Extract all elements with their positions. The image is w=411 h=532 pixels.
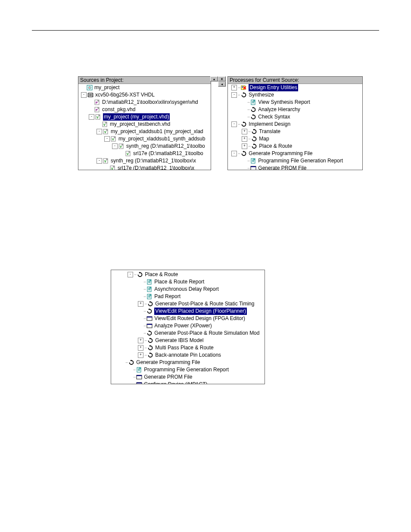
tree-item[interactable]: ···Generate PROM File — [228, 165, 362, 170]
tree-item[interactable]: +···Place & Route — [228, 143, 362, 150]
report-icon — [250, 158, 256, 164]
tree-item-label: Generate PROM File — [258, 165, 306, 170]
tree-item-label: Analyze Hierarchy — [258, 106, 300, 113]
vhd-icon: V — [125, 151, 131, 156]
vhd-icon: V — [103, 129, 109, 134]
tree-item-label: Translate — [259, 128, 280, 135]
tree-item-label: synth_reg (D:\matlabR12_1\toolbox\x — [111, 157, 196, 165]
tree-item[interactable]: -Vmy_project_xladdsub1_synth_addsub — [78, 135, 211, 143]
tree-item[interactable]: ···Programming File Generation Report — [111, 366, 265, 373]
tree-item[interactable]: +···Translate — [228, 128, 362, 135]
tree-item[interactable]: +···Generate Post-Place & Route Static T… — [111, 300, 265, 308]
tree-item-label: Back-annotate Pin Locations — [155, 352, 221, 359]
tree-item[interactable]: ···View/Edit Routed Design (FPGA Editor) — [111, 315, 265, 322]
collapse-icon[interactable]: - — [89, 114, 94, 120]
tree-item[interactable]: +···Design Entry Utilities — [228, 84, 362, 91]
tree-item[interactable]: -···Implement Design — [228, 121, 362, 128]
vhd-icon: V — [110, 165, 116, 170]
tree-item[interactable]: ···Place & Route Report — [111, 278, 265, 286]
tree-item-label: Generate PROM File — [144, 373, 192, 381]
expand-icon[interactable]: + — [242, 143, 247, 149]
cycle-icon — [251, 136, 257, 142]
tree-item[interactable]: +···Map — [228, 135, 362, 143]
sources-title: Sources in Project: — [78, 77, 211, 84]
expand-icon[interactable]: + — [231, 85, 237, 90]
tree-item[interactable]: -···Synthesize — [228, 91, 362, 99]
tree-item[interactable]: ···Configure Device (iMPACT) — [111, 381, 265, 384]
collapse-icon[interactable]: - — [231, 151, 237, 156]
tree-item-label: Generate Post-Place & Route Simulation M… — [154, 330, 259, 337]
sources-tree[interactable]: my_project-xcv50-6bg256-XST VHDLPD:\matl… — [78, 84, 211, 170]
tree-item-label: my_project_xladdsub1 (my_project_xlad — [111, 128, 203, 135]
tree-item[interactable]: ···Generate PROM File — [111, 373, 265, 381]
collapse-icon[interactable]: - — [81, 92, 87, 98]
collapse-icon[interactable]: - — [97, 129, 102, 134]
tree-item[interactable]: Vsrl17e (D:\matlabR12_1\toolbox\x — [78, 165, 211, 170]
tree-item[interactable]: Vsrl17e (D:\matlabR12_1\toolbo — [78, 150, 211, 157]
scroll-left-icon[interactable]: ◂ — [218, 81, 226, 87]
tree-item[interactable]: -···Place & Route — [111, 271, 265, 278]
close-icon[interactable]: x — [218, 76, 226, 81]
tree-item-label: Implement Design — [249, 121, 290, 128]
tree-item[interactable]: ···Generate Programming File — [111, 359, 265, 366]
tree-item-label: Generate Programming File — [136, 359, 200, 366]
tree-item-label: Configure Device (iMPACT) — [144, 381, 207, 384]
tree-item[interactable]: my_project — [78, 84, 211, 91]
tree-item[interactable]: Pconst_pkg.vhd — [78, 106, 211, 113]
tree-item[interactable]: -xcv50-6bg256-XST VHDL — [78, 91, 211, 99]
vhd-icon: V — [95, 114, 101, 120]
expand-icon[interactable]: + — [138, 352, 143, 358]
pkg-icon: P — [94, 107, 100, 112]
collapse-icon[interactable]: - — [231, 121, 237, 127]
cycle-icon — [146, 308, 153, 314]
processes-tree[interactable]: +···Design Entry Utilities-···Synthesize… — [228, 84, 362, 170]
expand-icon[interactable]: + — [242, 129, 247, 134]
tree-item[interactable]: Vmy_project_testbench.vhd — [78, 121, 211, 128]
svg-rect-58 — [147, 324, 152, 325]
place-route-tree[interactable]: -···Place & Route···Place & Route Report… — [111, 270, 265, 384]
pkg-icon: P — [94, 100, 100, 105]
tree-item-label: xcv50-6bg256-XST VHDL — [95, 91, 155, 99]
tree-item[interactable]: +···Multi Pass Place & Route — [111, 344, 265, 352]
report-icon — [146, 286, 153, 292]
sources-panel: Sources in Project: my_project-xcv50-6bg… — [78, 76, 211, 170]
cycle-icon — [146, 330, 153, 336]
tree-item[interactable]: ···Check Syntax — [228, 113, 362, 121]
tree-item-label: Check Syntax — [258, 113, 290, 121]
tree-item[interactable]: -Vmy_project (my_project.vhd) — [78, 113, 211, 121]
collapse-icon[interactable]: - — [104, 136, 110, 142]
tree-item[interactable]: ···View/Edit Placed Design (FloorPlanner… — [111, 308, 265, 315]
collapse-icon[interactable]: - — [112, 143, 118, 149]
expand-icon[interactable]: + — [242, 136, 247, 142]
expand-icon[interactable]: + — [138, 338, 143, 343]
tree-item[interactable]: +···Back-annotate Pin Locations — [111, 352, 265, 359]
cycle-icon — [147, 352, 153, 358]
tree-item[interactable]: ···Programming File Generation Report — [228, 157, 362, 165]
tree-item[interactable]: -Vsynth_reg (D:\matlabR12_1\toolbo — [78, 143, 211, 150]
expand-icon[interactable]: + — [138, 345, 143, 351]
tree-item[interactable]: -Vsynth_reg (D:\matlabR12_1\toolbox\x — [78, 157, 211, 165]
sources-scroll[interactable]: ▴ — [210, 76, 218, 81]
svg-text:V: V — [112, 138, 114, 141]
tree-item[interactable]: ···Analyze Hierarchy — [228, 106, 362, 113]
collapse-icon[interactable]: - — [97, 158, 102, 164]
collapse-icon[interactable]: - — [231, 92, 237, 98]
sources-close[interactable]: x ◂ — [218, 76, 226, 87]
tree-item[interactable]: +···Generate IBIS Model — [111, 337, 265, 344]
tree-item[interactable]: -Vmy_project_xladdsub1 (my_project_xlad — [78, 128, 211, 135]
tree-item[interactable]: -···Generate Programming File — [228, 150, 362, 157]
scroll-up-icon[interactable]: ▴ — [210, 76, 218, 81]
expand-icon[interactable]: + — [138, 301, 143, 307]
tree-item-label: synth_reg (D:\matlabR12_1\toolbo — [126, 143, 205, 150]
tree-item[interactable]: PD:\matlabR12_1\toolbox\xilinx\sysgen\vh… — [78, 99, 211, 106]
tree-item-label: D:\matlabR12_1\toolbox\xilinx\sysgen\vhd — [102, 99, 198, 106]
tree-item[interactable]: ···Asynchronous Delay Report — [111, 286, 265, 293]
tree-item[interactable]: ···Pad Report — [111, 293, 265, 300]
tool-icon — [241, 85, 247, 90]
tree-item[interactable]: ···Analyze Power (XPower) — [111, 322, 265, 330]
tree-item[interactable]: ···View Synthesis Report — [228, 99, 362, 106]
vhd-icon: V — [102, 121, 108, 127]
tree-item[interactable]: ···Generate Post-Place & Route Simulatio… — [111, 330, 265, 337]
collapse-icon[interactable]: - — [128, 272, 133, 277]
tree-item-label: View Synthesis Report — [258, 99, 310, 106]
